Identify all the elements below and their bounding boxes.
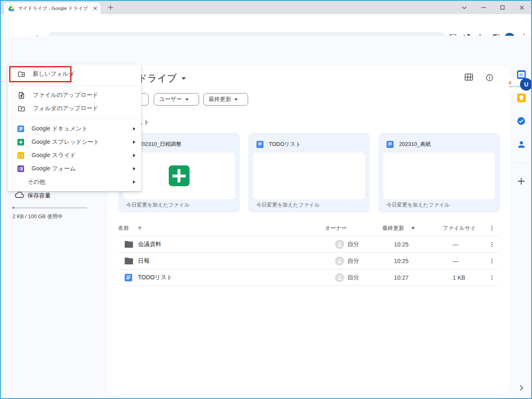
file-size: 1 KB: [453, 274, 465, 281]
minimize-button[interactable]: [474, 1, 493, 14]
menu-item-google-sheets[interactable]: Google スプレッドシート: [7, 135, 141, 149]
owner-avatar: [335, 273, 344, 282]
menu-item-label: Google フォーム: [32, 165, 76, 172]
contacts-icon[interactable]: [516, 139, 526, 149]
owner-name: 自分: [347, 241, 359, 248]
more-options-icon[interactable]: [489, 258, 495, 264]
menu-item-file-upload[interactable]: ファイルのアップロード: [7, 88, 141, 102]
owner-name: 自分: [347, 257, 359, 265]
menu-item-google-docs[interactable]: Google ドキュメント: [7, 122, 141, 136]
card-title: 202310_日程調整: [139, 140, 182, 148]
owner-avatar: [335, 240, 344, 249]
docs-file-icon: [256, 141, 264, 148]
file-size: —: [453, 258, 458, 264]
close-window-button[interactable]: [512, 1, 531, 14]
menu-item-label: Google スプレッドシート: [32, 138, 99, 146]
keep-icon[interactable]: [516, 93, 526, 103]
file-name[interactable]: 会議資料: [138, 241, 161, 248]
storage-progress-bar: [12, 207, 87, 209]
menu-item-label: ファイルのアップロード: [33, 91, 98, 99]
folder-upload-icon: [17, 105, 25, 113]
card-title: 202310_表紙: [399, 140, 431, 148]
card-footer: 今日変更を加えたファイル: [256, 202, 320, 209]
maximize-button[interactable]: [493, 1, 512, 14]
card-preview: [383, 153, 495, 199]
menu-item-folder-upload[interactable]: フォルダのアップロード: [7, 101, 141, 116]
filter-chip-modified[interactable]: 最終更新: [203, 93, 248, 106]
column-header-modified[interactable]: 最終更新: [382, 224, 404, 232]
modified-time: 10:25: [394, 258, 409, 264]
forms-file-icon: [17, 165, 24, 172]
menu-item-google-forms[interactable]: Google フォーム: [7, 162, 141, 176]
submenu-arrow-icon: [133, 167, 135, 170]
card-title: TODOリスト: [269, 140, 301, 148]
more-options-icon[interactable]: [489, 241, 495, 247]
account-avatar[interactable]: U: [520, 78, 532, 91]
folder-icon: [125, 257, 133, 264]
browser-toolbar: drive.google.com/drive/my-drive U: [1, 14, 531, 36]
file-name[interactable]: 日報: [138, 257, 150, 265]
cloud-storage-icon: [15, 192, 24, 198]
browser-tab[interactable]: マイドライブ - Google ドライブ: [4, 2, 101, 14]
table-row[interactable]: 日報 自分 10:25 —: [118, 253, 499, 269]
menu-item-label: Google スライド: [32, 152, 76, 159]
chevron-down-icon: [182, 77, 186, 80]
storage-usage-text: 2 KB / 100 GB 使用中: [12, 213, 63, 220]
grid-view-icon[interactable]: [465, 74, 473, 81]
storage-label[interactable]: 保存容量: [27, 192, 51, 200]
table-row[interactable]: TODOリスト 自分 10:27 1 KB: [118, 269, 499, 286]
column-header-owner[interactable]: オーナー: [325, 224, 347, 232]
card-footer: 今日変更を加えたファイル: [126, 202, 190, 209]
tab-close-icon[interactable]: [93, 6, 97, 10]
tab-search-chevron-icon[interactable]: [455, 1, 474, 14]
menu-item-google-slides[interactable]: Google スライド: [7, 148, 141, 163]
submenu-arrow-icon: [133, 180, 135, 184]
collapse-panel-chevron-icon[interactable]: [516, 383, 526, 393]
main-content-panel: マイドライブ 種類 ユーザー 最終更新 候補リスト 202310_日程調整: [108, 65, 509, 394]
info-icon[interactable]: [485, 74, 494, 82]
suggestion-card[interactable]: 202310_表紙 今日変更を加えたファイル: [378, 133, 500, 213]
drive-header: ドライブ ドライブで検索 ? ECCS Cloud Mail Informati…: [1, 36, 531, 62]
sort-descending-icon[interactable]: [411, 227, 415, 229]
menu-divider: [7, 86, 141, 86]
drive-favicon-icon: [8, 5, 15, 11]
sheets-file-icon: [17, 139, 24, 145]
modified-time: 10:25: [394, 241, 409, 248]
menu-item-label: フォルダのアップロード: [33, 105, 98, 112]
table-row[interactable]: 会議資料 自分 10:25 —: [118, 236, 499, 253]
menu-item-more[interactable]: その他: [7, 175, 141, 189]
chip-label: ユーザー: [159, 96, 182, 103]
menu-item-label: その他: [27, 178, 45, 186]
browser-titlebar: マイドライブ - Google ドライブ: [1, 1, 531, 14]
chevron-down-icon: [185, 99, 189, 101]
submenu-arrow-icon: [133, 154, 135, 157]
file-upload-icon: [17, 91, 25, 99]
owner-avatar: [335, 256, 344, 266]
red-annotation-box: [9, 66, 71, 82]
docs-file-icon: [17, 126, 24, 132]
column-header-size[interactable]: ファイルサイ: [443, 224, 476, 232]
chip-label: 最終更新: [209, 96, 231, 103]
slides-file-icon: [17, 152, 24, 159]
file-size: —: [453, 241, 458, 248]
window-controls: [455, 1, 531, 14]
new-tab-button[interactable]: [107, 4, 114, 11]
docs-file-icon: [125, 274, 132, 281]
calendar-icon[interactable]: 31: [516, 69, 526, 79]
docs-file-icon: [387, 141, 394, 148]
card-preview: [253, 153, 365, 199]
sort-ascending-icon[interactable]: [137, 225, 143, 231]
more-options-icon[interactable]: [489, 225, 495, 231]
column-header-name[interactable]: 名前: [118, 224, 129, 232]
file-name[interactable]: TODOリスト: [138, 274, 172, 281]
filter-chip-people[interactable]: ユーザー: [154, 93, 199, 106]
tasks-icon[interactable]: [516, 116, 526, 126]
sheets-file-icon-large: [169, 165, 190, 186]
suggestion-card[interactable]: TODOリスト 今日変更を加えたファイル: [248, 133, 370, 213]
add-panel-plus-icon[interactable]: [516, 176, 526, 186]
submenu-arrow-icon: [133, 140, 135, 144]
modified-time: 10:27: [394, 274, 409, 281]
browser-window: マイドライブ - Google ドライブ drive.google.com/: [0, 0, 532, 399]
menu-item-label: Google ドキュメント: [32, 125, 88, 133]
more-options-icon[interactable]: [489, 274, 495, 281]
